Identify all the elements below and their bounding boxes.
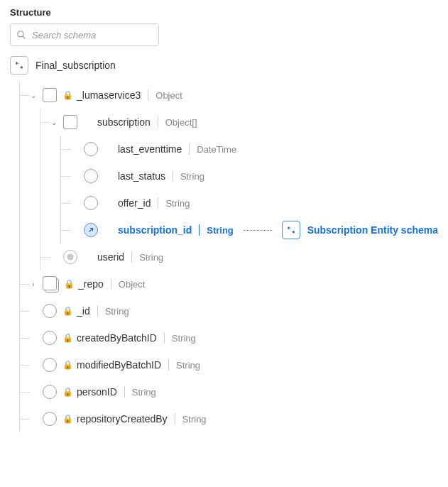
lock-icon: 🔒 bbox=[62, 387, 71, 397]
schema-icon bbox=[10, 56, 28, 75]
lock-icon: 🔒 bbox=[62, 90, 71, 100]
reference-schema[interactable]: Subscription Entity schema bbox=[282, 221, 438, 239]
scalar-marker bbox=[84, 142, 98, 156]
tree-node-userid[interactable]: ⌄ 🔒 userid String bbox=[53, 244, 438, 270]
lock-icon: 🔒 bbox=[62, 306, 71, 316]
schema-root-label: Final_subscription bbox=[35, 60, 116, 71]
field-name: last_status bbox=[118, 170, 165, 182]
svg-point-0 bbox=[18, 31, 23, 37]
field-type: String bbox=[139, 252, 163, 263]
field-type: String bbox=[207, 225, 234, 236]
field-type: Object bbox=[155, 90, 182, 101]
object-marker bbox=[43, 88, 57, 102]
separator bbox=[175, 413, 175, 425]
reference-schema-label: Subscription Entity schema bbox=[307, 224, 438, 236]
svg-line-2 bbox=[89, 229, 93, 232]
field-type: String bbox=[180, 171, 204, 182]
section-title: Structure bbox=[10, 7, 438, 18]
field-type: String bbox=[132, 387, 156, 398]
lock-icon: 🔒 bbox=[62, 333, 71, 343]
chevron-down-icon[interactable]: ⌄ bbox=[50, 119, 58, 126]
lock-icon: 🔒 bbox=[62, 360, 71, 370]
tree-node-repositorycreatedby[interactable]: ⌄ 🔒 repositoryCreatedBy String bbox=[33, 405, 438, 432]
field-name: last_eventtime bbox=[118, 143, 182, 155]
separator bbox=[97, 305, 98, 317]
scalar-marker bbox=[84, 169, 98, 183]
field-name: subscription_id bbox=[118, 224, 192, 236]
schema-tree: Final_subscription ⌄ 🔒 _lumaservice3 Obj… bbox=[10, 56, 438, 432]
field-type: String bbox=[182, 414, 207, 425]
separator bbox=[173, 170, 173, 182]
tree-node-personid[interactable]: ⌄ 🔒 personID String bbox=[33, 378, 438, 405]
object-group-marker bbox=[43, 276, 58, 292]
search-input[interactable] bbox=[31, 29, 153, 41]
field-type: String bbox=[105, 306, 129, 317]
field-name: userid bbox=[97, 251, 124, 263]
tree-node-id[interactable]: ⌄ 🔒 _id String bbox=[33, 297, 438, 324]
schema-icon bbox=[282, 221, 300, 239]
field-name: modifiedByBatchID bbox=[77, 359, 161, 371]
separator bbox=[111, 278, 111, 290]
scalar-marker bbox=[43, 304, 57, 318]
separator bbox=[168, 359, 169, 371]
search-schema-field[interactable] bbox=[10, 23, 159, 46]
tree-node-offer-id[interactable]: ⌄ 🔒 offer_id String bbox=[74, 190, 438, 217]
field-name: personID bbox=[77, 386, 117, 398]
tree-node-last-status[interactable]: ⌄ 🔒 last_status String bbox=[74, 163, 438, 190]
lock-icon: 🔒 bbox=[64, 279, 72, 289]
field-type: Object[] bbox=[165, 117, 197, 128]
field-name: createdByBatchID bbox=[77, 332, 157, 344]
relationship-marker bbox=[84, 223, 98, 237]
field-name: repositoryCreatedBy bbox=[77, 413, 168, 425]
schema-root[interactable]: Final_subscription bbox=[10, 56, 438, 75]
tree-node-createdbybatchid[interactable]: ⌄ 🔒 createdByBatchID String bbox=[33, 324, 438, 351]
identity-marker bbox=[63, 250, 77, 264]
scalar-marker bbox=[43, 412, 57, 426]
chevron-down-icon[interactable]: ⌄ bbox=[30, 92, 37, 99]
tree-node-subscription[interactable]: ⌄ 🔒 subscription Object[] bbox=[53, 109, 438, 136]
separator bbox=[164, 332, 165, 344]
field-type: DateTime bbox=[197, 144, 236, 155]
separator bbox=[148, 89, 148, 101]
field-type: String bbox=[176, 360, 200, 371]
svg-line-1 bbox=[23, 36, 26, 39]
separator bbox=[131, 251, 132, 263]
scalar-marker bbox=[84, 196, 98, 210]
tree-node-last-eventtime[interactable]: ⌄ 🔒 last_eventtime DateTime bbox=[74, 136, 438, 163]
separator bbox=[124, 386, 125, 398]
scalar-marker bbox=[43, 358, 57, 372]
separator bbox=[199, 224, 200, 236]
field-name: subscription bbox=[97, 116, 151, 128]
separator bbox=[158, 116, 158, 128]
field-type: String bbox=[172, 333, 196, 344]
search-icon bbox=[16, 30, 26, 40]
field-type: Object bbox=[119, 279, 146, 290]
field-name: _id bbox=[77, 305, 90, 317]
separator bbox=[189, 143, 190, 155]
chevron-right-icon[interactable]: › bbox=[30, 280, 37, 288]
field-name: _lumaservice3 bbox=[77, 89, 141, 101]
tree-node-modifiedbybatchid[interactable]: ⌄ 🔒 modifiedByBatchID String bbox=[33, 351, 438, 378]
scalar-marker bbox=[43, 385, 57, 399]
lock-icon: 🔒 bbox=[62, 414, 71, 424]
separator bbox=[158, 197, 158, 209]
scalar-marker bbox=[43, 331, 57, 345]
tree-node-lumaservice3[interactable]: ⌄ 🔒 _lumaservice3 Object bbox=[33, 82, 438, 109]
field-type: String bbox=[165, 198, 190, 209]
tree-node-repo[interactable]: › 🔒 _repo Object bbox=[33, 270, 438, 297]
tree-node-subscription-id[interactable]: ⌄ 🔒 subscription_id String bbox=[74, 217, 438, 244]
object-array-marker bbox=[63, 115, 77, 129]
field-name: offer_id bbox=[118, 197, 151, 209]
field-name: _repo bbox=[78, 278, 104, 290]
relationship-connector bbox=[244, 230, 272, 231]
